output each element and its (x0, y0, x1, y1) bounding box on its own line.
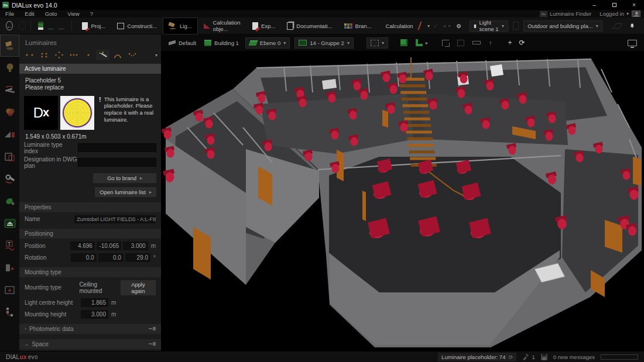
luminaire-3d[interactable] (162, 127, 172, 139)
photometric-section-header[interactable]: › Photometric data (19, 324, 161, 334)
menu-help[interactable]: ? (85, 11, 98, 17)
pin-icon[interactable] (149, 326, 156, 331)
tool-light-colors[interactable] (0, 101, 19, 123)
logged-in-dropdown[interactable]: Logged in (600, 11, 624, 17)
view-mode-dropdown[interactable]: Outdoor and building pla... ▾ (523, 20, 602, 32)
rotation-x-field[interactable]: 0.0 (71, 253, 96, 262)
space-group-dropdown[interactable]: 14 - Gruppe 2 ▾ (294, 37, 354, 49)
refresh-icon[interactable]: ⟳ (508, 354, 513, 360)
apply-again-button[interactable]: Apply again (121, 280, 156, 295)
3d-viewport[interactable] (161, 51, 644, 351)
mode-export-button[interactable]: Exp... (246, 18, 281, 35)
space-section-header[interactable]: ⌄ Space (19, 339, 161, 349)
light-scene-dropdown[interactable]: ▮ Light scene 1 ▾ (470, 20, 508, 32)
tool-hierarchy[interactable] (0, 301, 19, 323)
mounting-section-header[interactable]: Mounting type (19, 267, 161, 277)
start-calculation-icon[interactable]: ✓ (433, 23, 438, 29)
tool-luminaires[interactable] (0, 35, 19, 57)
position-y-field[interactable]: -10.065 (97, 242, 121, 250)
type-index-input[interactable] (78, 143, 156, 152)
view-plan-button[interactable]: ▸ (412, 35, 432, 51)
chevron-down-icon[interactable]: ▾ (626, 11, 629, 16)
tool-text[interactable]: T (0, 235, 19, 257)
positioning-section-header[interactable]: Positioning (19, 229, 161, 239)
fullscreen-monitor-icon[interactable] (628, 40, 637, 46)
building-selector[interactable]: Building 1 (200, 35, 243, 51)
default-view-button[interactable]: Default (165, 35, 200, 51)
solar-panel-icon[interactable] (612, 23, 622, 29)
maximize-button[interactable] (604, 0, 624, 10)
tool-wall-add[interactable]: + (0, 257, 19, 279)
arrange-single-icon[interactable] (81, 50, 95, 60)
mode-calculation-objects-button[interactable]: Calculation obje... (198, 18, 246, 35)
minimize-button[interactable]: – (584, 0, 604, 10)
position-x-field[interactable]: 4.696 (70, 242, 95, 250)
tool-arrange[interactable] (0, 79, 19, 101)
notifications-bell-icon[interactable] (630, 22, 635, 29)
measure-button[interactable] (468, 35, 485, 51)
rotation-z-field[interactable]: 29.0 (125, 253, 150, 262)
tool-maintenance[interactable] (0, 168, 19, 190)
dimension-tool-dropdown[interactable]: ▾ (366, 37, 388, 49)
menu-goto[interactable]: Goto (40, 11, 63, 17)
mode-light-button[interactable]: Lig... (163, 18, 198, 35)
calculation-curve-icon[interactable] (417, 22, 426, 30)
scene-preview-icon[interactable] (513, 22, 519, 30)
height-measure-button[interactable]: ↑ (485, 35, 496, 51)
arrange-circle-icon[interactable] (52, 50, 66, 60)
mode-documentation-button[interactable]: Documentati... (281, 18, 338, 35)
cleanup-indicator[interactable]: 1 (522, 354, 535, 360)
dwg-input[interactable] (78, 158, 156, 167)
redo-icon[interactable] (59, 22, 64, 30)
mounting-height-field[interactable]: 3.000 (81, 310, 108, 319)
light-centre-height-field[interactable]: 1.865 (81, 298, 108, 307)
polar-diagram-thumbnail[interactable] (60, 96, 94, 130)
mode-branding-button[interactable]: Bran... (338, 18, 378, 35)
save-icon[interactable] (38, 22, 44, 30)
arrange-field-icon[interactable] (37, 50, 51, 60)
messages-label[interactable]: 0 new messages (553, 354, 595, 360)
tool-photometric[interactable] (0, 123, 19, 146)
close-button[interactable]: × (624, 0, 644, 10)
position-z-field[interactable]: 3.000 (123, 242, 148, 250)
level-dropdown[interactable]: Ebene 0 ▾ (245, 37, 290, 49)
tool-false-colors[interactable] (0, 146, 19, 168)
luminaire-3d[interactable] (163, 169, 174, 182)
arrangement-more-chevron[interactable]: ▾ (155, 53, 157, 58)
pan-tool-icon[interactable]: + (504, 39, 515, 47)
name-value[interactable]: Zumtobel LIGHT FIELDS - A:L-FIELDS A 55W… (74, 215, 156, 223)
go-to-brand-button[interactable]: Go to brand▸ (93, 173, 156, 183)
menu-view[interactable]: View (62, 11, 84, 17)
arrange-line-icon[interactable] (23, 50, 36, 60)
settings-gear-icon[interactable]: ⚙ (456, 23, 461, 29)
pin-icon[interactable] (149, 342, 156, 346)
chevron-down-icon[interactable]: ▾ (448, 23, 450, 29)
open-luminaire-list-button[interactable]: Open luminaire list▸ (95, 187, 156, 197)
menu-edit[interactable]: Edit (19, 11, 39, 17)
properties-section-header[interactable]: Properties (19, 202, 161, 212)
back-button[interactable]: ← (6, 21, 13, 30)
tool-emergency-lighting[interactable] (0, 212, 19, 235)
undo-icon[interactable] (48, 22, 54, 30)
tool-lamp[interactable] (0, 57, 19, 79)
forward-button[interactable]: → (19, 21, 26, 30)
chevron-down-icon[interactable]: ▾ (427, 23, 430, 29)
tool-energy[interactable] (0, 190, 19, 212)
luminaire-finder-link[interactable]: Luminaire Finder (550, 11, 591, 17)
cancel-calculation-icon[interactable]: × (443, 23, 447, 29)
rotation-y-field[interactable]: 0.0 (98, 253, 124, 262)
mounting-type-value[interactable]: Ceiling mounted (79, 281, 120, 294)
zoom-selection-button[interactable] (453, 35, 468, 51)
arrange-row-icon[interactable] (67, 50, 80, 60)
arrange-polygon-icon[interactable] (125, 50, 139, 60)
rotate-tool-icon[interactable]: ⟳ (515, 39, 528, 47)
magic-wand-icon[interactable] (96, 50, 109, 60)
zoom-corner-button[interactable] (438, 35, 453, 51)
luminaire-logo-thumbnail[interactable]: Dx (24, 96, 58, 130)
user-avatar[interactable] (632, 11, 640, 17)
tool-room-add[interactable]: + (0, 279, 19, 301)
mode-project-button[interactable]: Proj... (76, 18, 111, 35)
menu-file[interactable]: File (0, 11, 19, 17)
mode-construction-button[interactable]: Constructi... (111, 18, 163, 35)
arrange-arc-icon[interactable] (111, 50, 124, 60)
